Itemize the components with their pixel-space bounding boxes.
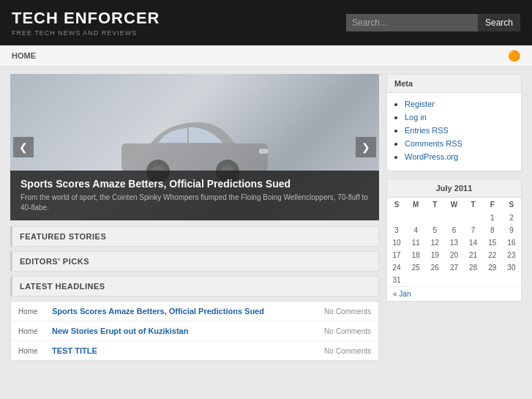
calendar-day[interactable]: 8 (483, 224, 502, 236)
calendar-day (444, 274, 463, 286)
calendar-day (464, 274, 483, 286)
calendar-day (425, 212, 444, 224)
calendar-day (406, 212, 425, 224)
article-link[interactable]: Sports Scores Amaze Betters, Official Pr… (52, 307, 318, 316)
meta-link[interactable]: Log in (405, 113, 427, 122)
slider-caption-title: Sports Scores Amaze Betters, Official Pr… (20, 178, 369, 190)
calendar-day[interactable]: 22 (483, 249, 502, 261)
article-comments: No Comments (324, 347, 371, 355)
calendar-day[interactable]: 7 (464, 224, 483, 236)
rss-icon[interactable]: 🟠 (508, 50, 520, 61)
slider-next-button[interactable]: ❯ (356, 137, 376, 157)
search-form: Search (346, 14, 520, 31)
calendar-day[interactable]: 5 (425, 224, 444, 236)
calendar-day-header: T (464, 198, 483, 212)
calendar-title: July 2011 (387, 179, 521, 198)
calendar-day[interactable]: 28 (464, 261, 483, 274)
right-column: Meta RegisterLog inEntries RSSComments R… (386, 74, 522, 361)
calendar-nav: « Jan (387, 286, 521, 301)
calendar-day (387, 212, 406, 224)
calendar-day (444, 212, 463, 224)
slider-prev-button[interactable]: ❮ (13, 137, 34, 157)
calendar-day-header: F (483, 198, 502, 212)
calendar-day[interactable]: 13 (444, 236, 463, 249)
svg-rect-0 (121, 143, 268, 171)
calendar-widget: July 2011 SMTWTFS12345678910111213141516… (386, 179, 522, 302)
calendar-day[interactable]: 21 (464, 249, 483, 261)
slider-caption: Sports Scores Amaze Betters, Official Pr… (10, 171, 379, 220)
article-category: Home (18, 307, 46, 316)
meta-widget: Meta RegisterLog inEntries RSSComments R… (386, 74, 522, 171)
calendar-day[interactable]: 19 (425, 249, 444, 261)
left-column: ❮ ❯ Sports Scores Amaze Betters, Officia… (10, 74, 379, 361)
calendar-day[interactable]: 25 (406, 261, 425, 274)
calendar-day[interactable]: 9 (502, 224, 521, 236)
search-input[interactable] (346, 14, 478, 31)
calendar-day[interactable]: 24 (387, 261, 406, 274)
calendar-day[interactable]: 2 (502, 212, 521, 224)
article-category: Home (18, 347, 46, 355)
table-row: Home New Stories Erupt out of Kuzikistan… (11, 321, 378, 341)
site-tagline: FREE TECH NEWS AND REVIEWS (12, 29, 160, 37)
list-item: Comments RSS (405, 138, 514, 149)
meta-widget-title: Meta (387, 75, 521, 93)
calendar-day-header: W (444, 198, 463, 212)
article-comments: No Comments (324, 327, 371, 335)
list-item: Register (405, 99, 514, 109)
article-link[interactable]: TEST TITLE (52, 346, 318, 355)
calendar-day[interactable]: 26 (425, 261, 444, 274)
calendar-day[interactable]: 4 (406, 224, 425, 236)
calendar-day[interactable]: 29 (483, 261, 502, 274)
articles-list: Home Sports Scores Amaze Betters, Offici… (10, 301, 379, 361)
table-row: Home TEST TITLE No Comments (11, 341, 378, 360)
article-category: Home (18, 327, 46, 335)
meta-link[interactable]: Register (405, 100, 435, 108)
calendar-day-header: S (387, 198, 406, 212)
calendar-day (464, 212, 483, 224)
calendar-day-header: S (502, 198, 521, 212)
site-branding: TECH ENFORCER FREE TECH NEWS AND REVIEWS (12, 9, 160, 37)
site-header: TECH ENFORCER FREE TECH NEWS AND REVIEWS… (0, 0, 532, 45)
article-link[interactable]: New Stories Erupt out of Kuzikistan (52, 327, 318, 335)
calendar-day (406, 274, 425, 286)
calendar-day[interactable]: 27 (444, 261, 463, 274)
calendar-day[interactable]: 16 (502, 236, 521, 249)
meta-link[interactable]: Entries RSS (405, 126, 449, 135)
calendar-day[interactable]: 15 (483, 236, 502, 249)
calendar-day[interactable]: 6 (444, 224, 463, 236)
calendar-day (483, 274, 502, 286)
calendar-day[interactable]: 3 (387, 224, 406, 236)
main-container: ❮ ❯ Sports Scores Amaze Betters, Officia… (0, 67, 532, 368)
meta-list: RegisterLog inEntries RSSComments RSSWor… (387, 93, 521, 171)
site-title: TECH ENFORCER (12, 9, 160, 28)
calendar-prev-link[interactable]: « Jan (393, 290, 411, 298)
calendar-table: SMTWTFS123456789101112131415161718192021… (387, 198, 521, 286)
meta-link[interactable]: WordPress.org (405, 152, 458, 161)
latest-headlines-header: LATEST HEADLINES (10, 276, 379, 297)
calendar-day[interactable]: 18 (406, 249, 425, 261)
list-item: Entries RSS (405, 125, 514, 135)
calendar-day[interactable]: 10 (387, 236, 406, 249)
calendar-day[interactable]: 17 (387, 249, 406, 261)
calendar-day[interactable]: 14 (464, 236, 483, 249)
list-item: WordPress.org (405, 152, 514, 162)
calendar-day[interactable]: 11 (406, 236, 425, 249)
calendar-day[interactable]: 1 (483, 212, 502, 224)
calendar-day (502, 274, 521, 286)
calendar-day[interactable]: 20 (444, 249, 463, 261)
featured-stories-header: FEATURED STORIES (10, 226, 379, 247)
calendar-day[interactable]: 12 (425, 236, 444, 249)
slider-caption-text: From the world of sport, the Cointen Spi… (20, 193, 369, 213)
nav-home-link[interactable]: HOME (12, 51, 36, 60)
navbar: HOME 🟠 (0, 45, 532, 67)
list-item: Log in (405, 112, 514, 122)
calendar-day[interactable]: 23 (502, 249, 521, 261)
editors-picks-header: EDITORS' PICKS (10, 251, 379, 272)
table-row: Home Sports Scores Amaze Betters, Offici… (11, 302, 378, 321)
meta-link[interactable]: Comments RSS (405, 139, 462, 148)
search-button[interactable]: Search (478, 14, 520, 31)
calendar-day[interactable]: 31 (387, 274, 406, 286)
calendar-day[interactable]: 30 (502, 261, 521, 274)
article-comments: No Comments (324, 307, 371, 316)
calendar-day-header: M (406, 198, 425, 212)
